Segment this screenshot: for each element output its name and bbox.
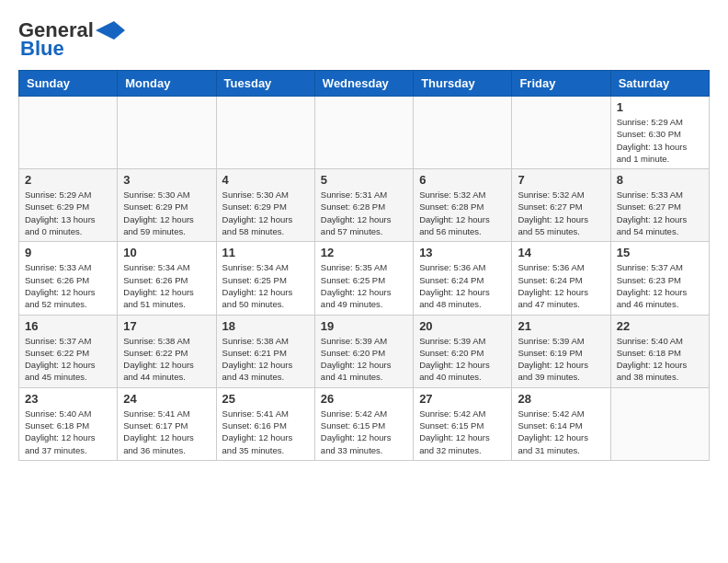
calendar-cell — [512, 97, 610, 169]
logo: General Blue — [18, 18, 125, 61]
day-info: Sunrise: 5:39 AM Sunset: 6:19 PM Dayligh… — [518, 335, 604, 384]
weekday-header-saturday: Saturday — [610, 71, 709, 97]
day-info: Sunrise: 5:38 AM Sunset: 6:22 PM Dayligh… — [123, 335, 210, 384]
day-number: 6 — [419, 173, 506, 187]
calendar-week-row: 1Sunrise: 5:29 AM Sunset: 6:30 PM Daylig… — [19, 97, 710, 169]
calendar-cell: 11Sunrise: 5:34 AM Sunset: 6:25 PM Dayli… — [216, 242, 314, 315]
weekday-header-thursday: Thursday — [414, 71, 512, 97]
day-info: Sunrise: 5:39 AM Sunset: 6:20 PM Dayligh… — [321, 335, 407, 384]
calendar-cell: 2Sunrise: 5:29 AM Sunset: 6:29 PM Daylig… — [19, 169, 118, 242]
day-info: Sunrise: 5:30 AM Sunset: 6:29 PM Dayligh… — [222, 189, 309, 237]
calendar-cell: 26Sunrise: 5:42 AM Sunset: 6:15 PM Dayli… — [314, 387, 413, 460]
day-info: Sunrise: 5:40 AM Sunset: 6:18 PM Dayligh… — [617, 335, 703, 384]
day-info: Sunrise: 5:37 AM Sunset: 6:22 PM Dayligh… — [25, 335, 111, 384]
calendar-cell: 20Sunrise: 5:39 AM Sunset: 6:20 PM Dayli… — [414, 315, 512, 387]
day-number: 27 — [419, 392, 506, 406]
day-info: Sunrise: 5:32 AM Sunset: 6:27 PM Dayligh… — [518, 189, 604, 237]
day-number: 17 — [123, 319, 210, 333]
day-number: 25 — [222, 392, 309, 406]
day-info: Sunrise: 5:34 AM Sunset: 6:26 PM Dayligh… — [123, 261, 210, 310]
day-number: 23 — [25, 392, 111, 406]
weekday-header-row: SundayMondayTuesdayWednesdayThursdayFrid… — [19, 71, 710, 97]
calendar-cell — [414, 97, 512, 169]
calendar-cell — [118, 97, 216, 169]
day-number: 16 — [25, 319, 111, 333]
calendar-cell: 27Sunrise: 5:42 AM Sunset: 6:15 PM Dayli… — [414, 387, 512, 460]
day-number: 20 — [419, 319, 506, 333]
calendar-cell — [19, 97, 118, 169]
calendar-cell: 13Sunrise: 5:36 AM Sunset: 6:24 PM Dayli… — [414, 242, 512, 315]
calendar-cell: 22Sunrise: 5:40 AM Sunset: 6:18 PM Dayli… — [610, 315, 709, 387]
logo-blue: Blue — [20, 37, 64, 61]
weekday-header-sunday: Sunday — [19, 71, 118, 97]
day-number: 15 — [617, 246, 703, 259]
day-info: Sunrise: 5:31 AM Sunset: 6:28 PM Dayligh… — [321, 189, 407, 237]
day-number: 10 — [123, 246, 210, 259]
calendar-cell: 17Sunrise: 5:38 AM Sunset: 6:22 PM Dayli… — [118, 315, 216, 387]
calendar-cell: 4Sunrise: 5:30 AM Sunset: 6:29 PM Daylig… — [216, 169, 314, 242]
calendar-cell: 19Sunrise: 5:39 AM Sunset: 6:20 PM Dayli… — [314, 315, 413, 387]
day-number: 9 — [25, 246, 111, 259]
day-info: Sunrise: 5:42 AM Sunset: 6:15 PM Dayligh… — [321, 408, 407, 456]
calendar-cell: 8Sunrise: 5:33 AM Sunset: 6:27 PM Daylig… — [610, 169, 709, 242]
day-number: 22 — [617, 319, 703, 333]
weekday-header-tuesday: Tuesday — [216, 71, 314, 97]
day-number: 11 — [222, 246, 309, 259]
calendar-cell: 28Sunrise: 5:42 AM Sunset: 6:14 PM Dayli… — [512, 387, 610, 460]
calendar-cell: 23Sunrise: 5:40 AM Sunset: 6:18 PM Dayli… — [19, 387, 118, 460]
page-header: General Blue — [18, 18, 710, 61]
day-info: Sunrise: 5:41 AM Sunset: 6:17 PM Dayligh… — [123, 408, 210, 456]
day-info: Sunrise: 5:33 AM Sunset: 6:26 PM Dayligh… — [25, 261, 111, 310]
calendar-cell: 6Sunrise: 5:32 AM Sunset: 6:28 PM Daylig… — [414, 169, 512, 242]
day-number: 14 — [518, 246, 604, 259]
day-info: Sunrise: 5:38 AM Sunset: 6:21 PM Dayligh… — [222, 335, 309, 384]
day-info: Sunrise: 5:29 AM Sunset: 6:29 PM Dayligh… — [25, 189, 111, 237]
calendar-week-row: 9Sunrise: 5:33 AM Sunset: 6:26 PM Daylig… — [19, 242, 710, 315]
calendar-cell: 18Sunrise: 5:38 AM Sunset: 6:21 PM Dayli… — [216, 315, 314, 387]
day-info: Sunrise: 5:36 AM Sunset: 6:24 PM Dayligh… — [419, 261, 506, 310]
weekday-header-wednesday: Wednesday — [314, 71, 413, 97]
calendar-cell: 5Sunrise: 5:31 AM Sunset: 6:28 PM Daylig… — [314, 169, 413, 242]
day-info: Sunrise: 5:42 AM Sunset: 6:15 PM Dayligh… — [419, 408, 506, 456]
day-number: 28 — [518, 392, 604, 406]
day-info: Sunrise: 5:41 AM Sunset: 6:16 PM Dayligh… — [222, 408, 309, 456]
calendar-cell: 14Sunrise: 5:36 AM Sunset: 6:24 PM Dayli… — [512, 242, 610, 315]
calendar-cell: 21Sunrise: 5:39 AM Sunset: 6:19 PM Dayli… — [512, 315, 610, 387]
day-number: 13 — [419, 246, 506, 259]
day-number: 8 — [617, 173, 703, 187]
calendar-cell: 24Sunrise: 5:41 AM Sunset: 6:17 PM Dayli… — [118, 387, 216, 460]
calendar-cell: 25Sunrise: 5:41 AM Sunset: 6:16 PM Dayli… — [216, 387, 314, 460]
calendar-cell: 1Sunrise: 5:29 AM Sunset: 6:30 PM Daylig… — [610, 97, 709, 169]
day-number: 7 — [518, 173, 604, 187]
day-number: 21 — [518, 319, 604, 333]
weekday-header-friday: Friday — [512, 71, 610, 97]
calendar-cell: 3Sunrise: 5:30 AM Sunset: 6:29 PM Daylig… — [118, 169, 216, 242]
day-number: 12 — [321, 246, 407, 259]
calendar-cell: 9Sunrise: 5:33 AM Sunset: 6:26 PM Daylig… — [19, 242, 118, 315]
calendar-cell: 7Sunrise: 5:32 AM Sunset: 6:27 PM Daylig… — [512, 169, 610, 242]
day-info: Sunrise: 5:42 AM Sunset: 6:14 PM Dayligh… — [518, 408, 604, 456]
day-info: Sunrise: 5:37 AM Sunset: 6:23 PM Dayligh… — [617, 261, 703, 310]
day-number: 18 — [222, 319, 309, 333]
calendar-cell: 12Sunrise: 5:35 AM Sunset: 6:25 PM Dayli… — [314, 242, 413, 315]
day-number: 4 — [222, 173, 309, 187]
day-info: Sunrise: 5:30 AM Sunset: 6:29 PM Dayligh… — [123, 189, 210, 237]
calendar-cell — [216, 97, 314, 169]
logo-arrow-icon — [96, 21, 125, 40]
day-number: 19 — [321, 319, 407, 333]
day-number: 24 — [123, 392, 210, 406]
day-number: 26 — [321, 392, 407, 406]
day-info: Sunrise: 5:29 AM Sunset: 6:30 PM Dayligh… — [617, 116, 703, 165]
day-number: 1 — [617, 100, 703, 114]
calendar-week-row: 2Sunrise: 5:29 AM Sunset: 6:29 PM Daylig… — [19, 169, 710, 242]
day-number: 2 — [25, 173, 111, 187]
calendar-cell: 15Sunrise: 5:37 AM Sunset: 6:23 PM Dayli… — [610, 242, 709, 315]
day-number: 5 — [321, 173, 407, 187]
day-info: Sunrise: 5:40 AM Sunset: 6:18 PM Dayligh… — [25, 408, 111, 456]
calendar-table: SundayMondayTuesdayWednesdayThursdayFrid… — [18, 70, 710, 461]
calendar-week-row: 23Sunrise: 5:40 AM Sunset: 6:18 PM Dayli… — [19, 387, 710, 460]
day-info: Sunrise: 5:39 AM Sunset: 6:20 PM Dayligh… — [419, 335, 506, 384]
day-number: 3 — [123, 173, 210, 187]
day-info: Sunrise: 5:36 AM Sunset: 6:24 PM Dayligh… — [518, 261, 604, 310]
calendar-cell — [314, 97, 413, 169]
